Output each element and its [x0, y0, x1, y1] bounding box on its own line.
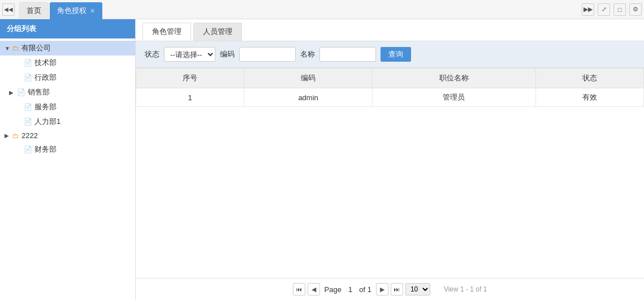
page-num: 1 — [348, 285, 352, 294]
content-tabs: 角色管理 人员管理 — [136, 19, 644, 41]
doc-icon-renli: 📄 — [24, 118, 32, 126]
tab-personnel-management[interactable]: 人员管理 — [193, 23, 242, 41]
table-wrapper: 序号 编码 职位名称 状态 1 admin 管理员 有效 — [136, 68, 644, 278]
top-bar: ◀◀ 首页 角色授权 ✕ ▶▶ ⤢ □ ⚙ — [0, 0, 644, 19]
tab-role-auth-close[interactable]: ✕ — [90, 7, 95, 15]
per-page-select[interactable]: 10 20 50 — [405, 283, 430, 295]
cell-code: admin — [244, 88, 373, 107]
tree-item-xiaoshou[interactable]: ▶ 📄 销售部 — [0, 85, 135, 100]
tab-home[interactable]: 首页 — [19, 2, 49, 19]
tab-home-label: 首页 — [27, 6, 41, 16]
label-2222: 2222 — [21, 131, 38, 140]
tree-item-caiwu[interactable]: 📄 财务部 — [0, 142, 135, 157]
folder-icon-youxian: 🗀 — [12, 44, 19, 52]
col-name: 职位名称 — [372, 68, 535, 88]
content-area: 角色管理 人员管理 状态 --请选择-- 有效 无效 编码 名称 查询 — [136, 19, 644, 300]
table-header-row: 序号 编码 职位名称 状态 — [136, 68, 644, 88]
page-prev-button[interactable]: ◀ — [308, 283, 320, 295]
toggle-youxian[interactable]: ▼ — [5, 45, 12, 52]
tree-item-renli[interactable]: 📄 人力部1 — [0, 114, 135, 129]
maximize-button[interactable]: □ — [613, 3, 626, 16]
doc-icon-xiaoshou: 📄 — [17, 88, 25, 96]
tree-item-youxian[interactable]: ▼ 🗀 有限公司 — [0, 41, 135, 55]
doc-icon-jishu: 📄 — [24, 59, 32, 67]
cell-status: 有效 — [535, 88, 643, 107]
col-seq: 序号 — [136, 68, 244, 88]
label-jishu: 技术部 — [34, 58, 57, 68]
tree-item-xingzheng[interactable]: 📄 行政部 — [0, 70, 135, 85]
label-xingzheng: 行政部 — [34, 72, 57, 83]
label-youxian: 有限公司 — [21, 43, 51, 53]
role-table: 序号 编码 职位名称 状态 1 admin 管理员 有效 — [136, 68, 644, 107]
tab-role-management[interactable]: 角色管理 — [142, 23, 191, 41]
page-label: Page — [325, 285, 342, 294]
settings-button[interactable]: ⚙ — [629, 3, 642, 16]
tree-item-fuwu[interactable]: 📄 服务部 — [0, 100, 135, 114]
tree-item-jishu[interactable]: 📄 技术部 — [0, 55, 135, 70]
search-button[interactable]: 查询 — [381, 47, 411, 62]
of-label: of 1 — [359, 285, 371, 294]
top-bar-actions: ▶▶ ⤢ □ ⚙ — [582, 3, 642, 16]
label-xiaoshou: 销售部 — [28, 87, 50, 97]
search-bar: 状态 --请选择-- 有效 无效 编码 名称 查询 — [136, 41, 644, 68]
sidebar-header: 分组列表 — [0, 19, 135, 38]
tree-item-2222[interactable]: ▶ 🗀 2222 — [0, 129, 135, 142]
label-caiwu: 财务部 — [34, 144, 57, 155]
doc-icon-xingzheng: 📄 — [24, 74, 32, 82]
status-label: 状态 — [145, 49, 159, 59]
name-label: 名称 — [300, 49, 315, 59]
tab-role-auth-label: 角色授权 — [57, 6, 87, 16]
restore-button[interactable]: ⤢ — [598, 3, 610, 16]
label-fuwu: 服务部 — [34, 102, 57, 112]
status-select[interactable]: --请选择-- 有效 无效 — [164, 47, 215, 62]
page-last-button[interactable]: ⏭ — [391, 283, 403, 295]
pagination: ⏮ ◀ Page 1 of 1 ▶ ⏭ 10 20 50 View 1 - 1 … — [136, 278, 644, 300]
tab-role-auth[interactable]: 角色授权 ✕ — [50, 2, 102, 19]
nav-prev-button[interactable]: ◀◀ — [2, 3, 15, 16]
cell-name: 管理员 — [372, 88, 535, 107]
tab-role-management-label: 角色管理 — [152, 27, 181, 36]
doc-icon-caiwu: 📄 — [24, 145, 32, 153]
label-renli: 人力部1 — [34, 117, 60, 127]
doc-icon-fuwu: 📄 — [24, 103, 32, 111]
col-code: 编码 — [244, 68, 373, 88]
nav-next-button[interactable]: ▶▶ — [582, 3, 594, 16]
code-label: 编码 — [220, 49, 235, 59]
folder-icon-2222: 🗀 — [12, 132, 19, 140]
view-info: View 1 - 1 of 1 — [444, 285, 487, 293]
page-first-button[interactable]: ⏮ — [293, 283, 305, 295]
tree-container: ▼ 🗀 有限公司 📄 技术部 📄 行政部 ▶ — [0, 38, 135, 159]
cell-seq: 1 — [136, 88, 244, 107]
toggle-xiaoshou[interactable]: ▶ — [9, 89, 17, 96]
tab-personnel-management-label: 人员管理 — [203, 27, 232, 36]
col-status: 状态 — [535, 68, 643, 88]
nav-controls: ◀◀ — [2, 3, 15, 16]
tab-list: 首页 角色授权 ✕ — [19, 0, 582, 19]
name-input[interactable] — [319, 47, 376, 62]
page-next-button[interactable]: ▶ — [376, 283, 388, 295]
toggle-2222[interactable]: ▶ — [5, 132, 12, 139]
sidebar: 分组列表 ▼ 🗀 有限公司 📄 技术部 📄 行政部 — [0, 19, 136, 300]
table-row[interactable]: 1 admin 管理员 有效 — [136, 88, 644, 107]
main-layout: 分组列表 ▼ 🗀 有限公司 📄 技术部 📄 行政部 — [0, 19, 644, 300]
code-input[interactable] — [239, 47, 296, 62]
